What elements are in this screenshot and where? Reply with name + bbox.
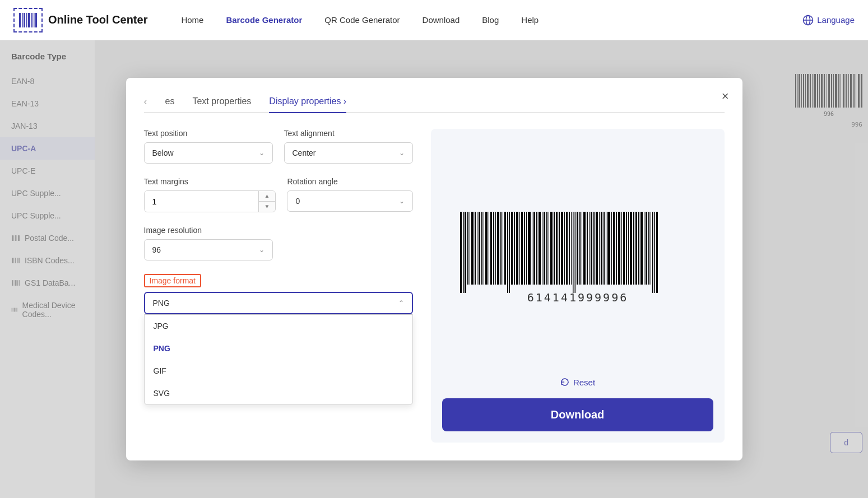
image-format-chevron-up: ⌃	[398, 299, 404, 307]
text-margins-group: Text margins ▲ ▼	[144, 177, 276, 212]
svg-rect-63	[465, 212, 466, 293]
nav-home[interactable]: Home	[181, 15, 203, 25]
text-position-label: Text position	[144, 129, 273, 138]
svg-rect-136	[640, 212, 643, 285]
form-row-1: Text position Below ⌄ Text alignment Cen…	[144, 129, 413, 164]
text-position-value: Below	[152, 148, 174, 157]
svg-rect-79	[503, 212, 503, 285]
svg-rect-0	[19, 13, 21, 27]
format-option-gif[interactable]: GIF	[145, 360, 412, 382]
svg-rect-66	[471, 212, 474, 285]
nav-download[interactable]: Download	[423, 15, 460, 25]
tab-es[interactable]: es	[165, 96, 175, 113]
text-alignment-label: Text alignment	[284, 129, 413, 138]
nav-help[interactable]: Help	[521, 15, 539, 25]
text-position-select[interactable]: Below ⌄	[144, 142, 273, 164]
text-margins-spinner: ▲ ▼	[144, 190, 276, 212]
text-margins-label: Text margins	[144, 177, 276, 186]
svg-rect-107	[571, 212, 572, 285]
svg-rect-76	[495, 212, 496, 285]
svg-rect-90	[528, 212, 531, 285]
tab-nav-next[interactable]: ›	[344, 96, 346, 106]
svg-rect-6	[34, 13, 35, 27]
rotation-angle-select[interactable]: 0 ⌄	[287, 190, 412, 212]
svg-rect-104	[564, 212, 565, 285]
placeholder-group	[284, 226, 413, 260]
svg-rect-125	[613, 212, 615, 285]
svg-rect-123	[607, 212, 610, 285]
nav-qr-generator[interactable]: QR Code Generator	[324, 15, 400, 25]
svg-rect-119	[599, 212, 600, 285]
rotation-angle-label: Rotation angle	[287, 177, 412, 186]
download-button[interactable]: Download	[442, 398, 713, 431]
text-position-chevron: ⌄	[259, 149, 264, 157]
svg-rect-112	[582, 212, 582, 285]
image-format-group: Image format PNG ⌃ JPG PNG GIF SVG	[144, 274, 413, 314]
svg-rect-108	[573, 212, 574, 293]
svg-rect-87	[521, 212, 523, 285]
svg-rect-96	[544, 212, 545, 285]
svg-rect-106	[569, 212, 570, 285]
language-selector[interactable]: Language	[802, 15, 855, 26]
modal-preview: 614141999996 Reset Download	[431, 129, 725, 443]
image-resolution-select[interactable]: 96 ⌄	[144, 239, 273, 260]
svg-rect-97	[546, 212, 547, 285]
svg-rect-7	[35, 13, 37, 27]
svg-rect-138	[646, 212, 647, 285]
svg-rect-82	[509, 212, 510, 293]
svg-rect-141	[652, 212, 653, 293]
svg-rect-105	[566, 212, 568, 285]
svg-rect-116	[591, 212, 592, 285]
text-position-group: Text position Below ⌄	[144, 129, 273, 164]
svg-rect-127	[618, 212, 620, 285]
svg-rect-89	[526, 212, 527, 285]
svg-rect-100	[554, 212, 555, 285]
svg-rect-75	[493, 212, 494, 285]
image-resolution-group: Image resolution 96 ⌄	[144, 226, 273, 260]
svg-rect-71	[484, 212, 484, 285]
svg-rect-65	[470, 212, 470, 285]
svg-rect-93	[536, 212, 537, 285]
svg-rect-137	[644, 212, 644, 285]
svg-rect-115	[589, 212, 590, 285]
text-margins-input[interactable]	[145, 191, 258, 212]
svg-rect-1	[22, 13, 23, 27]
text-alignment-select[interactable]: Center ⌄	[284, 142, 413, 164]
text-alignment-group: Text alignment Center ⌄	[284, 129, 413, 164]
svg-rect-114	[587, 212, 588, 285]
modal-tabs: ‹ es Text properties Display properties …	[144, 96, 725, 113]
svg-rect-86	[519, 212, 520, 285]
svg-rect-143	[656, 212, 658, 293]
svg-rect-67	[475, 212, 476, 285]
modal-body: Text position Below ⌄ Text alignment Cen…	[144, 129, 725, 443]
image-format-value: PNG	[153, 299, 170, 308]
tab-display-properties[interactable]: Display properties ›	[269, 96, 346, 113]
image-resolution-label: Image resolution	[144, 226, 273, 235]
logo-icon	[13, 8, 43, 32]
svg-rect-2	[24, 13, 25, 27]
svg-rect-62	[463, 212, 464, 293]
tab-nav-prev[interactable]: ‹	[144, 96, 147, 112]
svg-rect-109	[574, 212, 575, 293]
reset-button[interactable]: Reset	[560, 373, 595, 392]
svg-rect-134	[635, 212, 637, 285]
spinner-up[interactable]: ▲	[259, 191, 276, 202]
nav-blog[interactable]: Blog	[482, 15, 499, 25]
image-format-select[interactable]: PNG ⌃	[144, 292, 413, 314]
modal-dialog: × ‹ es Text properties Display propertie…	[126, 78, 742, 460]
format-option-png[interactable]: PNG	[145, 337, 412, 360]
language-label: Language	[817, 15, 855, 25]
format-option-svg[interactable]: SVG	[145, 382, 412, 404]
svg-rect-94	[539, 212, 541, 285]
spinner-down[interactable]: ▼	[259, 202, 276, 212]
modal-overlay: × ‹ es Text properties Display propertie…	[0, 40, 868, 498]
modal-close-button[interactable]: ×	[722, 89, 729, 104]
format-option-jpg[interactable]: JPG	[145, 315, 412, 337]
svg-rect-128	[621, 212, 622, 285]
svg-rect-111	[579, 212, 581, 285]
nav-barcode-generator[interactable]: Barcode Generator	[226, 15, 302, 25]
svg-rect-126	[616, 212, 617, 285]
svg-rect-78	[500, 212, 502, 285]
tab-text-properties[interactable]: Text properties	[192, 96, 251, 113]
svg-rect-118	[596, 212, 598, 285]
